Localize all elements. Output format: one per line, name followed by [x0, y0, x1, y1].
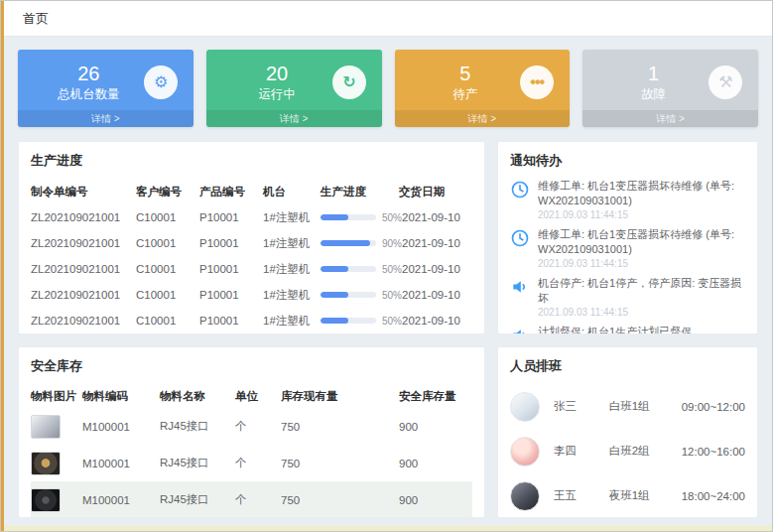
production-table: 制令单编号 客户编号 产品编号 机台 生产进度 交货日期 ZL202109021…	[31, 179, 472, 333]
progress-bar-fill	[321, 292, 348, 298]
panel-grid: 生产进度 制令单编号 客户编号 产品编号 机台 生产进度 交货日期 ZL2021…	[18, 141, 758, 518]
icon-glyph: ⚙	[154, 74, 167, 90]
table-row[interactable]: M100001 RJ45接口 个 750 900	[31, 445, 472, 481]
notification-text: 机台停产: 机台1停产，停产原因: 变压器损坏	[538, 276, 745, 305]
table-row[interactable]: ZL202109021001 C10001 P10001 1#注塑机 90% 2…	[31, 230, 472, 256]
notification-item[interactable]: 维修工单: 机台1变压器损坏待维修 (单号: WX202109031001) 2…	[510, 179, 745, 220]
announce-icon	[510, 277, 530, 297]
progress-bar-fill	[321, 214, 348, 220]
notification-item[interactable]: 维修工单: 机台1变压器损坏待维修 (单号: WX202109031001) 2…	[510, 227, 745, 269]
repair-clock-icon	[510, 180, 530, 200]
progress-cell: 50%	[321, 212, 402, 223]
delivery-date-cell: 2021-09-10	[402, 237, 475, 249]
stat-card[interactable]: 5 待产 ••• 详情 >	[395, 50, 571, 127]
icon-glyph: ↻	[342, 74, 354, 90]
progress-bar	[321, 292, 376, 298]
repair-clock-icon	[510, 180, 530, 200]
col-header-safety: 安全库存量	[399, 389, 472, 404]
stat-card[interactable]: 26 总机台数量 ⚙ 详情 >	[18, 50, 193, 127]
staff-schedule-panel: 人员排班 张三 白班1组 09:00~12:00 李四 白班2组 12:00~1…	[497, 346, 758, 518]
table-row[interactable]: M100001 RJ45接口 个 750 900	[31, 408, 472, 445]
announce-icon	[510, 326, 530, 334]
machine-icon: ⚙	[144, 66, 178, 99]
product-no-cell: P10001	[199, 289, 263, 301]
notification-body: 计划督促: 机台1生产计划已督促 2021.09.03 11:44:15	[538, 325, 745, 334]
progress-percent: 50%	[382, 212, 402, 223]
customer-no-cell: C10001	[136, 263, 199, 275]
notification-text: 计划督促: 机台1生产计划已督促	[538, 325, 745, 334]
col-header-date: 交货日期	[399, 185, 472, 200]
machine-cell: 1#注塑机	[263, 288, 321, 303]
detail-link[interactable]: 详情 >	[582, 110, 758, 127]
customer-no-cell: C10001	[136, 289, 199, 301]
notification-text: 维修工单: 机台1变压器损坏待维修 (单号: WX202109031001)	[538, 227, 745, 256]
thumb-speaker	[31, 488, 61, 512]
stat-value: 26	[34, 63, 144, 84]
product-no-cell: P10001	[199, 315, 263, 327]
col-header-order: 制令单编号	[31, 185, 136, 200]
inventory-table: 物料图片 物料编码 物料名称 单位 库存现有量 安全库存量 M100001	[31, 384, 472, 518]
notification-body: 维修工单: 机台1变压器损坏待维修 (单号: WX202109031001) 2…	[538, 179, 745, 220]
current-stock-cell: 750	[281, 421, 399, 433]
window-left-accent	[1, 1, 4, 531]
stat-card-main: 20 运行中	[222, 63, 332, 103]
table-row[interactable]: ZL202109021001 C10001 P10001 1#注塑机 50% 2…	[31, 256, 472, 282]
detail-link[interactable]: 详情 >	[395, 110, 571, 127]
page-title[interactable]: 首页	[23, 10, 49, 28]
progress-cell: 90%	[321, 238, 402, 249]
material-image-cell	[31, 488, 82, 512]
content-area: 26 总机台数量 ⚙ 详情 > 20 运行中	[1, 37, 772, 518]
unit-cell: 个	[235, 419, 281, 434]
stat-value: 20	[222, 63, 332, 84]
product-no-cell: P10001	[199, 211, 263, 223]
thumb-connector	[31, 452, 61, 475]
dashboard-page: 首页 26 总机台数量 ⚙ 详情 >	[0, 0, 773, 532]
table-row[interactable]: ZL202109021001 C10001 P10001 1#注塑机 50% 2…	[31, 282, 472, 308]
staff-shift: 白班2组	[609, 444, 682, 459]
order-no-cell: ZL202109021001	[31, 289, 136, 301]
inventory-table-header: 物料图片 物料编码 物料名称 单位 库存现有量 安全库存量	[31, 384, 472, 408]
table-row[interactable]: ZL202109021001 C10001 P10001 1#注塑机 50% 2…	[31, 308, 472, 333]
material-name-cell: RJ45接口	[160, 456, 235, 470]
delivery-date-cell: 2021-09-10	[402, 289, 475, 301]
pending-icon: •••	[520, 66, 554, 99]
col-header-name: 物料名称	[160, 389, 235, 404]
safety-stock-cell: 900	[399, 494, 472, 506]
progress-percent: 50%	[382, 290, 402, 301]
avatar-zhangsan	[510, 392, 540, 422]
staff-time: 18:00~24:00	[682, 490, 745, 502]
staff-name: 李四	[554, 444, 609, 459]
progress-bar	[321, 318, 376, 324]
table-row[interactable]: ZL202109021001 C10001 P10001 1#注塑机 50% 2…	[31, 204, 472, 230]
col-header-product: 产品编号	[199, 185, 263, 200]
notification-item[interactable]: 计划督促: 机台1生产计划已督促 2021.09.03 11:44:15	[510, 325, 745, 334]
stat-card[interactable]: 20 运行中 ↻ 详情 >	[206, 50, 382, 127]
unit-cell: 个	[235, 492, 281, 507]
col-header-stock: 库存现有量	[281, 389, 399, 404]
avatar-lisi	[510, 437, 540, 466]
progress-cell: 50%	[321, 290, 402, 301]
progress-cell: 50%	[321, 264, 402, 275]
order-no-cell: ZL202109021001	[31, 315, 136, 327]
notification-body: 机台停产: 机台1停产，停产原因: 变压器损坏 2021.09.03 11:44…	[538, 276, 745, 318]
notification-text: 维修工单: 机台1变压器损坏待维修 (单号: WX202109031001)	[538, 179, 745, 207]
detail-link[interactable]: 详情 >	[206, 110, 382, 127]
col-header-unit: 单位	[235, 389, 281, 404]
stat-card-body: 26 总机台数量 ⚙	[18, 50, 193, 110]
stat-card-body: 5 待产 •••	[395, 50, 571, 110]
panel-title: 通知待办	[510, 152, 745, 170]
delivery-date-cell: 2021-09-10	[402, 211, 475, 223]
col-header-code: 物料编码	[82, 389, 160, 404]
detail-link[interactable]: 详情 >	[18, 110, 193, 127]
delivery-date-cell: 2021-09-10	[402, 263, 475, 275]
panel-title: 人员排班	[510, 357, 745, 375]
staff-time: 12:00~16:00	[682, 446, 745, 458]
notification-item[interactable]: 机台停产: 机台1停产，停产原因: 变压器损坏 2021.09.03 11:44…	[510, 276, 745, 318]
table-row[interactable]: M100001 RJ45接口 个 750 900	[31, 481, 472, 518]
progress-percent: 90%	[382, 238, 402, 249]
progress-bar	[321, 214, 376, 220]
stat-card-main: 1 故障	[598, 63, 709, 103]
running-icon: ↻	[332, 66, 366, 99]
machine-cell: 1#注塑机	[263, 236, 321, 251]
stat-card[interactable]: 1 故障 ⚒ 详情 >	[582, 50, 758, 127]
